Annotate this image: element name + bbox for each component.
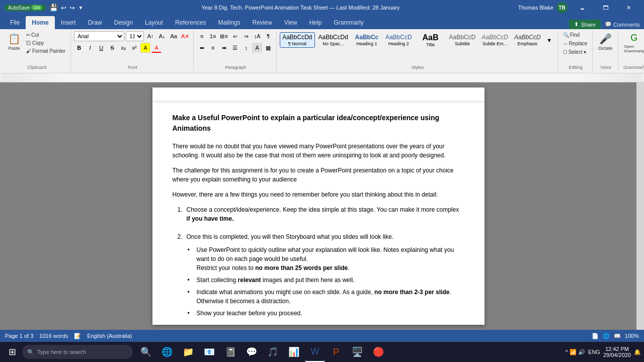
undo-icon[interactable]: ↩ — [61, 4, 66, 12]
style-heading2[interactable]: AaBbCcD Heading 2 — [383, 32, 415, 47]
minimize-button[interactable]: 🗕 — [571, 0, 594, 15]
decrease-font-button[interactable]: A↓ — [157, 31, 167, 41]
maximize-button[interactable]: 🗖 — [594, 0, 617, 15]
increase-indent-button[interactable]: ⇒ — [241, 31, 251, 41]
dictate-button[interactable]: 🎤 Dictate — [596, 31, 615, 52]
cut-button[interactable]: ✂ Cut — [24, 31, 67, 39]
save-icon[interactable]: 💾 — [49, 4, 58, 12]
autosave-badge[interactable]: AutoSave On — [4, 5, 46, 11]
taskbar-app-powerpoint[interactable]: P — [326, 342, 346, 362]
start-button[interactable]: ⊞ — [3, 343, 21, 361]
tab-grammarly[interactable]: Grammarly — [328, 16, 369, 29]
share-button[interactable]: ⬆ Share — [569, 20, 600, 29]
bullets-button[interactable]: ≡ — [197, 31, 207, 41]
highlight-button[interactable]: A — [140, 43, 150, 53]
find-button[interactable]: 🔍 Find — [561, 31, 582, 39]
font-size-select[interactable]: 11 10 12 — [126, 31, 144, 41]
tab-insert[interactable]: Insert — [55, 16, 82, 29]
align-center-button[interactable]: ≡ — [208, 43, 218, 53]
view-read-icon[interactable]: 📖 — [614, 333, 621, 339]
list-num-1: 1. — [173, 205, 183, 223]
strikethrough-button[interactable]: S — [107, 43, 117, 53]
taskbar-app-teams[interactable]: 💬 — [242, 342, 262, 362]
tab-draw[interactable]: Draw — [82, 16, 108, 29]
style-subtle-em[interactable]: AaBbCcD Subtle Em... — [479, 32, 511, 47]
shading-button[interactable]: A — [252, 43, 262, 53]
format-painter-button[interactable]: 🖌 Format Painter — [24, 47, 67, 55]
align-left-button[interactable]: ⬅ — [197, 43, 207, 53]
paste-button[interactable]: 📋 Paste — [5, 31, 23, 52]
numbering-button[interactable]: 1≡ — [208, 31, 218, 41]
view-print-icon[interactable]: 📄 — [592, 333, 599, 339]
find-icon: 🔍 — [563, 32, 569, 38]
quick-access-more[interactable]: ▼ — [78, 5, 83, 11]
redo-icon[interactable]: ↪ — [69, 4, 75, 12]
taskbar-app-explorer[interactable]: 📁 — [178, 342, 198, 362]
borders-button[interactable]: ▦ — [263, 43, 273, 53]
style-normal-preview: AaBbCcDd — [282, 34, 312, 41]
clear-format-button[interactable]: A✕ — [180, 31, 190, 41]
tab-help[interactable]: Help — [303, 16, 328, 29]
style-title[interactable]: AaB Title — [416, 31, 446, 49]
tab-design[interactable]: Design — [108, 16, 139, 29]
paragraph-3: However, there are a few things you need… — [173, 190, 464, 199]
style-subtitle[interactable]: AaBbCcD Subtitle — [447, 32, 478, 47]
justify-button[interactable]: ☰ — [230, 43, 240, 53]
style-emphasis[interactable]: AaBbCcD Emphasis — [512, 32, 543, 47]
decrease-indent-button[interactable]: ⇐ — [230, 31, 240, 41]
paste-label: Paste — [8, 46, 20, 51]
notification-button[interactable]: 🔔 — [634, 349, 641, 355]
line-spacing-button[interactable]: ↕ — [241, 43, 251, 53]
bold-button[interactable]: B — [74, 43, 84, 53]
style-no-spacing[interactable]: AaBbCcDd No Spac... — [316, 32, 351, 47]
language-indicator[interactable]: ENG — [588, 349, 600, 355]
tab-mailings[interactable]: Mailings — [212, 16, 246, 29]
taskbar-app-mail[interactable]: 📧 — [199, 342, 219, 362]
italic-button[interactable]: I — [85, 43, 95, 53]
taskbar-app-excel[interactable]: 📊 — [284, 342, 304, 362]
subscript-button[interactable]: x₂ — [118, 43, 128, 53]
multilevel-button[interactable]: ⊞≡ — [219, 31, 229, 41]
styles-more-button[interactable]: ▼ — [544, 35, 554, 45]
taskbar-app-cortana[interactable]: 🔍 — [136, 342, 156, 362]
taskbar-app-onenote[interactable]: 📓 — [220, 342, 240, 362]
scrollbar-vertical[interactable] — [636, 82, 644, 330]
style-heading1[interactable]: AaBbCc Heading 1 — [352, 32, 382, 47]
view-web-icon[interactable]: 🌐 — [603, 333, 610, 339]
taskbar-app-word[interactable]: W — [305, 342, 325, 362]
underline-button[interactable]: U — [96, 43, 106, 53]
sort-button[interactable]: ↕A — [252, 31, 262, 41]
tab-layout[interactable]: Layout — [139, 16, 169, 29]
ribbon-tabs: File Home Insert Draw Design Layout Refe… — [0, 15, 644, 29]
taskbar-search[interactable]: 🔍 Type here to search — [22, 345, 133, 359]
share-icon: ⬆ — [574, 21, 579, 28]
align-right-button[interactable]: ➡ — [219, 43, 229, 53]
select-button[interactable]: ⬡ Select ▾ — [561, 48, 589, 56]
taskbar-app-red[interactable]: 🔴 — [368, 342, 388, 362]
copy-button[interactable]: ⿻ Copy — [24, 39, 67, 47]
superscript-button[interactable]: x² — [129, 43, 139, 53]
taskbar-app-screen[interactable]: 🖥️ — [347, 342, 367, 362]
taskbar-app-music[interactable]: 🎵 — [263, 342, 283, 362]
change-case-button[interactable]: Aa — [169, 31, 179, 41]
close-button[interactable]: ✕ — [617, 0, 640, 15]
open-grammarly-button[interactable]: G Open Grammarly — [621, 31, 644, 55]
tab-review[interactable]: Review — [247, 16, 278, 29]
font-name-select[interactable]: Arial — [74, 31, 124, 41]
language[interactable]: English (Australia) — [87, 333, 132, 339]
tab-file[interactable]: File — [4, 16, 26, 29]
tab-home[interactable]: Home — [26, 16, 54, 29]
comments-button[interactable]: 💬 Comments — [605, 21, 640, 28]
style-normal[interactable]: AaBbCcDd ¶ Normal — [280, 32, 314, 47]
font-color-button[interactable]: A — [151, 43, 162, 53]
replace-button[interactable]: ↔ Replace — [561, 40, 590, 47]
document-page[interactable]: Make a Useful PowerPoint to explain a pa… — [152, 103, 485, 325]
style-subtitle-preview: AaBbCcD — [449, 34, 476, 41]
increase-font-button[interactable]: A↑ — [145, 31, 155, 41]
show-hide-button[interactable]: ¶ — [263, 31, 273, 41]
tab-references[interactable]: References — [169, 16, 212, 29]
taskbar-clock[interactable]: 12:42 PM 29/04/2020 — [603, 346, 631, 358]
user-avatar[interactable]: TB — [556, 2, 568, 13]
taskbar-app-edge[interactable]: 🌐 — [157, 342, 177, 362]
tab-view[interactable]: View — [278, 16, 303, 29]
